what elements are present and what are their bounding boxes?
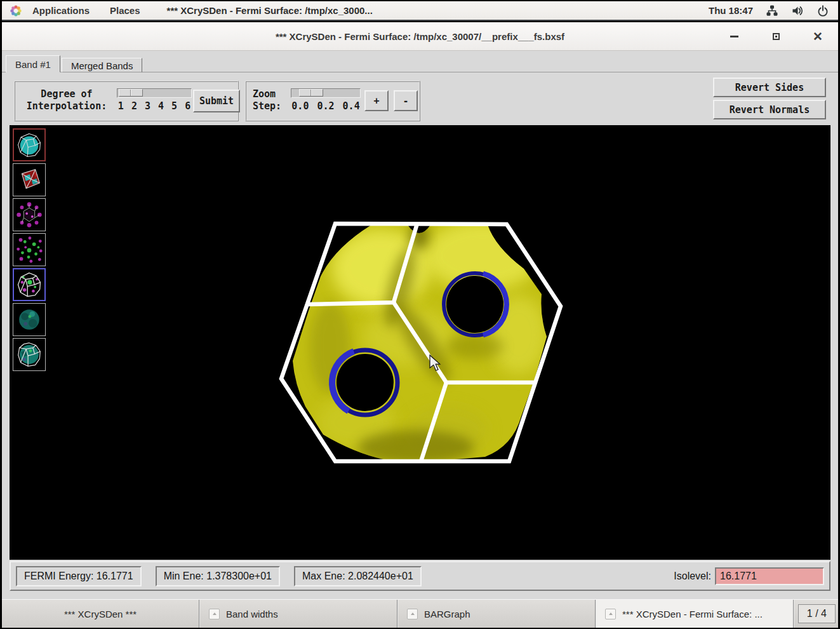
desktop-top-panel: Applications Places *** XCrySDen - Fermi… — [2, 1, 838, 21]
thumbnail-teal-rounded-surface[interactable] — [13, 303, 46, 336]
taskbar-item-bargraph[interactable]: BARGraph — [398, 600, 596, 628]
panel-clock[interactable]: Thu 18:47 — [709, 5, 753, 16]
tab-merged-bands[interactable]: Merged Bands — [62, 58, 143, 72]
window-icon — [209, 609, 220, 619]
taskbar-item-label: *** XCrySDen - Fermi Surface: ... — [622, 609, 763, 619]
fermi-surface-scene — [10, 125, 830, 560]
window-icon — [605, 609, 616, 619]
thumbnail-magenta-blobs[interactable] — [13, 198, 46, 231]
thumbnail-wireframe-green-magenta[interactable] — [13, 268, 46, 301]
zoom-step-slider-handle[interactable] — [299, 89, 323, 97]
taskbar-item-label: Band widths — [226, 609, 278, 619]
zoom-step-tick-labels: 0.0 0.2 0.4 — [283, 100, 368, 112]
interpolation-label: Degree of Interpolation: — [19, 88, 114, 112]
taskbar-item-label: *** XCrySDen *** — [64, 609, 137, 619]
revert-sides-button[interactable]: Revert Sides — [713, 78, 826, 97]
distro-logo-icon — [10, 4, 22, 17]
interpolation-tick-labels: 1 2 3 4 5 6 — [116, 100, 193, 112]
status-bar: FERMI Energy: 16.1771 Min Ene: 1.378300e… — [10, 561, 830, 591]
tab-band-1[interactable]: Band #1 — [6, 55, 60, 72]
applications-menu[interactable]: Applications — [22, 1, 100, 20]
close-icon: ✕ — [813, 30, 823, 43]
isolevel-input[interactable] — [715, 567, 824, 585]
submit-button[interactable]: Submit — [193, 90, 240, 112]
fermi-energy-readout: FERMI Energy: 16.1771 — [16, 566, 142, 586]
taskbar-item-label: BARGraph — [424, 609, 470, 619]
minimize-button[interactable] — [721, 22, 747, 51]
surface-hole-lower-left — [332, 350, 397, 415]
taskbar-item-band-widths[interactable]: Band widths — [200, 600, 398, 628]
minimize-icon — [730, 36, 738, 37]
window-title: *** XCrySDen - Fermi Surface: /tmp/xc_30… — [2, 22, 838, 51]
min-energy-readout: Min Ene: 1.378300e+01 — [156, 566, 280, 586]
interpolation-group: Degree of Interpolation: 1 2 3 4 5 6 Sub… — [14, 81, 239, 121]
max-energy-readout: Max Ene: 2.082440e+01 — [294, 566, 422, 586]
volume-icon[interactable] — [791, 4, 804, 17]
panel-active-window-title[interactable]: *** XCrySDen - Fermi Surface: /tmp/xc_30… — [167, 5, 373, 16]
maximize-button[interactable] — [763, 22, 789, 51]
window-titlebar[interactable]: *** XCrySDen - Fermi Surface: /tmp/xc_30… — [2, 22, 838, 51]
thumbnail-red-cyan-cube[interactable] — [13, 163, 46, 196]
surface-hole-upper-right — [444, 273, 507, 335]
zoom-out-button[interactable]: - — [394, 90, 418, 111]
workspace-pager[interactable]: 1 / 4 — [798, 604, 836, 623]
maximize-icon — [773, 33, 780, 40]
band-thumbnail-list — [13, 128, 47, 373]
xcrysden-window-body: Band #1 Merged Bands Degree of Interpola… — [2, 51, 838, 599]
zoom-step-slider[interactable] — [291, 88, 361, 98]
interpolation-slider[interactable] — [117, 88, 192, 98]
zoom-step-group: Zoom Step: 0.0 0.2 0.4 + - — [245, 81, 420, 121]
revert-buttons: Revert Sides Revert Normals — [713, 78, 826, 122]
close-button[interactable]: ✕ — [805, 22, 830, 51]
thumbnail-scattered-dots[interactable] — [13, 233, 46, 266]
window-icon — [407, 609, 418, 619]
taskbar-item-fermi-surface[interactable]: *** XCrySDen - Fermi Surface: ... — [596, 600, 794, 628]
zoom-in-button[interactable]: + — [364, 90, 389, 111]
isolevel-label: Isolevel: — [674, 571, 711, 582]
revert-normals-button[interactable]: Revert Normals — [713, 100, 826, 119]
taskbar-item-xcrysden-main[interactable]: *** XCrySDen *** — [2, 600, 200, 628]
window-list-taskbar: *** XCrySDen *** Band widths BARGraph **… — [2, 599, 838, 628]
fermi-surface-canvas[interactable] — [10, 125, 830, 560]
thumbnail-teal-wireframe-polyhedron[interactable] — [13, 338, 46, 371]
band-tabs: Band #1 Merged Bands — [6, 55, 142, 72]
controls-row: Degree of Interpolation: 1 2 3 4 5 6 Sub… — [11, 78, 829, 126]
thumbnail-cyan-wireframe-ball[interactable] — [13, 128, 46, 161]
interpolation-slider-handle[interactable] — [119, 89, 143, 97]
places-menu[interactable]: Places — [100, 1, 150, 20]
network-icon[interactable] — [766, 4, 778, 17]
power-icon[interactable] — [817, 4, 829, 17]
